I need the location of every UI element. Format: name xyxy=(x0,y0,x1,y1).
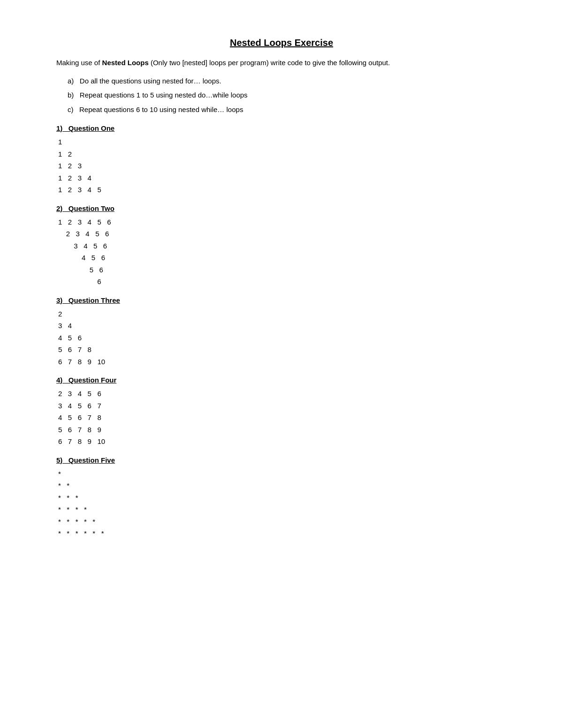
question-3: 3) Question Three 2 3 4 4 5 6 5 6 7 8 6 … xyxy=(56,296,507,368)
intro-text: Making use of Nested Loops (Only two [ne… xyxy=(56,58,507,68)
question-5-output: * * * * * * * * * * * * * * * * * * * * … xyxy=(56,468,507,540)
question-1-heading: 1) Question One xyxy=(56,124,507,132)
question-2-output: 1 2 3 4 5 6 2 3 4 5 6 3 4 5 6 4 5 6 5 6 … xyxy=(56,216,507,288)
instruction-list: a) Do all the questions using nested for… xyxy=(56,76,507,115)
instruction-b: b) Repeat questions 1 to 5 using nested … xyxy=(56,90,507,101)
question-2-heading: 2) Question Two xyxy=(56,204,507,212)
question-3-heading: 3) Question Three xyxy=(56,296,507,304)
page-title: Nested Loops Exercise xyxy=(56,38,507,48)
instruction-a: a) Do all the questions using nested for… xyxy=(56,76,507,87)
question-5: 5) Question Five * * * * * * * * * * * *… xyxy=(56,456,507,540)
instruction-c: c) Repeat questions 6 to 10 using nested… xyxy=(56,105,507,115)
question-1: 1) Question One 1 1 2 1 2 3 1 2 3 4 1 2 … xyxy=(56,124,507,196)
question-5-heading: 5) Question Five xyxy=(56,456,507,464)
question-4-output: 2 3 4 5 6 3 4 5 6 7 4 5 6 7 8 5 6 7 8 9 … xyxy=(56,388,507,448)
question-2: 2) Question Two 1 2 3 4 5 6 2 3 4 5 6 3 … xyxy=(56,204,507,288)
question-4: 4) Question Four 2 3 4 5 6 3 4 5 6 7 4 5… xyxy=(56,376,507,448)
question-3-output: 2 3 4 4 5 6 5 6 7 8 6 7 8 9 10 xyxy=(56,308,507,368)
question-4-heading: 4) Question Four xyxy=(56,376,507,384)
question-1-output: 1 1 2 1 2 3 1 2 3 4 1 2 3 4 5 xyxy=(56,136,507,196)
